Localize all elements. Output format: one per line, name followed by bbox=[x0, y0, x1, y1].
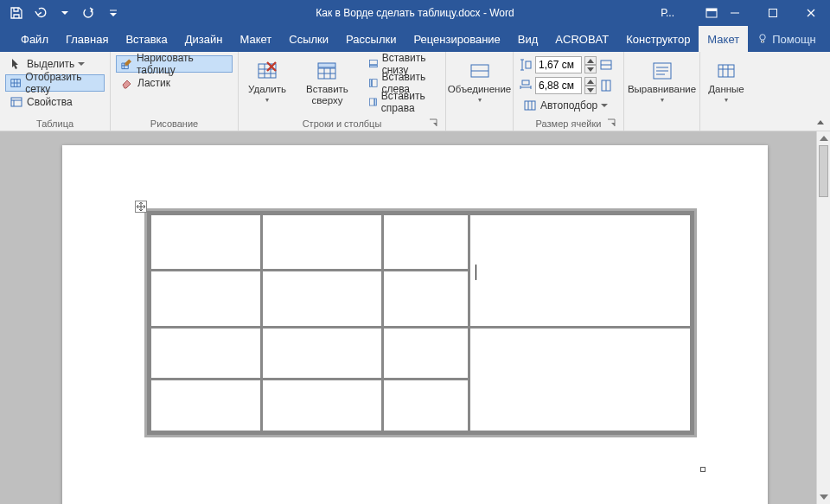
tab-design[interactable]: Дизайн bbox=[176, 26, 232, 52]
row-height-input[interactable] bbox=[535, 56, 582, 73]
col-width-input[interactable] bbox=[535, 77, 582, 94]
insert-left-button[interactable]: Вставить слева bbox=[364, 74, 440, 92]
chevron-down-icon bbox=[78, 61, 85, 67]
tab-insert[interactable]: Вставка bbox=[117, 26, 176, 52]
tab-mailings[interactable]: Рассылки bbox=[337, 26, 405, 52]
account-label[interactable]: Р... bbox=[661, 7, 674, 19]
table-cell[interactable] bbox=[150, 328, 262, 380]
table-cell[interactable] bbox=[262, 214, 383, 271]
group-alignment: Выравнивание ▾ bbox=[624, 52, 700, 131]
maximize-button[interactable] bbox=[754, 0, 792, 26]
eraser-label: Ластик bbox=[137, 77, 170, 89]
table-move-handle[interactable] bbox=[135, 201, 147, 213]
view-gridlines-button[interactable]: Отобразить сетку bbox=[5, 74, 105, 92]
dialog-launcher-icon[interactable] bbox=[428, 118, 438, 128]
height-spinner[interactable] bbox=[584, 56, 597, 73]
table-resize-handle[interactable] bbox=[700, 467, 706, 472]
insert-right-button[interactable]: Вставить справа bbox=[364, 93, 440, 111]
tell-me-label: Помощн bbox=[772, 33, 816, 46]
undo-dropdown-button[interactable] bbox=[55, 3, 74, 22]
table-cell[interactable] bbox=[469, 214, 693, 328]
tab-acrobat[interactable]: ACROBAT bbox=[546, 26, 617, 52]
group-cellsize-label: Размер ячейки bbox=[519, 118, 618, 129]
document-area bbox=[0, 131, 830, 504]
delete-table-icon bbox=[256, 60, 278, 82]
table-cell[interactable] bbox=[383, 271, 469, 328]
group-table-label: Таблица bbox=[5, 118, 105, 129]
page[interactable] bbox=[62, 145, 768, 504]
svg-rect-8 bbox=[369, 61, 377, 65]
scroll-down-button[interactable] bbox=[817, 490, 830, 504]
autofit-button[interactable]: Автоподбор bbox=[519, 97, 618, 114]
alignment-label: Выравнивание bbox=[628, 84, 696, 95]
svg-rect-21 bbox=[718, 65, 734, 77]
properties-icon bbox=[10, 95, 23, 109]
svg-rect-2 bbox=[769, 10, 777, 17]
vertical-scrollbar[interactable] bbox=[816, 131, 830, 504]
dialog-launcher-icon[interactable] bbox=[606, 118, 616, 128]
merge-icon bbox=[469, 60, 491, 82]
table-cell[interactable] bbox=[150, 271, 262, 328]
pencil-table-icon bbox=[120, 57, 133, 71]
properties-button[interactable]: Свойства bbox=[5, 93, 105, 111]
data-label: Данные bbox=[708, 84, 744, 95]
tab-home[interactable]: Главная bbox=[57, 26, 117, 52]
group-merge-label bbox=[451, 128, 508, 129]
tab-review[interactable]: Рецензирование bbox=[405, 26, 508, 52]
autofit-icon bbox=[523, 99, 537, 112]
delete-button[interactable]: Удалить ▾ bbox=[244, 55, 290, 118]
data-button[interactable]: Данные ▾ bbox=[706, 55, 747, 128]
tab-view[interactable]: Вид bbox=[509, 26, 547, 52]
insert-above-label: Вставить сверху bbox=[300, 84, 354, 106]
table-cell[interactable] bbox=[469, 328, 693, 433]
tell-me[interactable]: Помощн bbox=[748, 26, 825, 52]
draw-table-button[interactable]: Нарисовать таблицу bbox=[116, 55, 233, 73]
merge-label: Объединение bbox=[448, 84, 512, 95]
svg-rect-17 bbox=[522, 80, 529, 85]
tab-file[interactable]: Файл bbox=[12, 26, 57, 52]
distribute-rows-icon[interactable] bbox=[599, 58, 613, 72]
table-cell[interactable] bbox=[383, 380, 469, 433]
insert-above-button[interactable]: Вставить сверху bbox=[294, 55, 361, 118]
svg-rect-9 bbox=[369, 65, 377, 67]
collapse-ribbon-button[interactable] bbox=[814, 117, 827, 129]
table-cell[interactable] bbox=[150, 214, 262, 271]
table-row[interactable] bbox=[150, 328, 693, 380]
table-cell[interactable] bbox=[383, 328, 469, 380]
group-rows-cols: Удалить ▾ Вставить сверху Вставить снизу… bbox=[239, 52, 446, 131]
select-button[interactable]: Выделить bbox=[5, 55, 105, 73]
tab-references[interactable]: Ссылки bbox=[280, 26, 337, 52]
table-cell[interactable] bbox=[150, 380, 262, 433]
scroll-thumb[interactable] bbox=[819, 145, 828, 197]
width-spinner[interactable] bbox=[584, 77, 597, 94]
eraser-button[interactable]: Ластик bbox=[116, 74, 233, 92]
document-table[interactable] bbox=[147, 211, 694, 435]
close-button[interactable] bbox=[792, 0, 830, 26]
scroll-up-button[interactable] bbox=[817, 131, 830, 145]
qa-customize-button[interactable] bbox=[104, 3, 123, 22]
merge-button[interactable]: Объединение ▾ bbox=[451, 55, 508, 128]
alignment-button[interactable]: Выравнивание ▾ bbox=[629, 55, 694, 128]
svg-point-3 bbox=[760, 35, 765, 40]
redo-button[interactable] bbox=[80, 3, 99, 22]
table-cell[interactable] bbox=[262, 328, 383, 380]
chevron-down-icon: ▾ bbox=[265, 96, 269, 104]
table-cell[interactable] bbox=[383, 214, 469, 271]
table-cell[interactable] bbox=[262, 271, 383, 328]
col-width-control bbox=[519, 76, 618, 95]
insert-right-icon bbox=[368, 95, 378, 109]
tab-constructor[interactable]: Конструктор bbox=[617, 26, 699, 52]
undo-button[interactable] bbox=[31, 3, 50, 22]
insert-below-button[interactable]: Вставить снизу bbox=[364, 55, 440, 73]
distribute-cols-icon[interactable] bbox=[599, 79, 613, 93]
group-data-label bbox=[706, 128, 747, 129]
group-draw: Нарисовать таблицу Ластик Рисование bbox=[111, 52, 239, 131]
eraser-icon bbox=[120, 76, 134, 90]
tab-page-layout[interactable]: Макет bbox=[231, 26, 280, 52]
tab-table-layout[interactable]: Макет bbox=[699, 26, 748, 52]
save-button[interactable] bbox=[7, 3, 26, 22]
table-cell[interactable] bbox=[262, 380, 383, 433]
select-label: Выделить bbox=[27, 58, 74, 70]
table-row[interactable] bbox=[150, 214, 693, 271]
minimize-button[interactable] bbox=[716, 0, 754, 26]
